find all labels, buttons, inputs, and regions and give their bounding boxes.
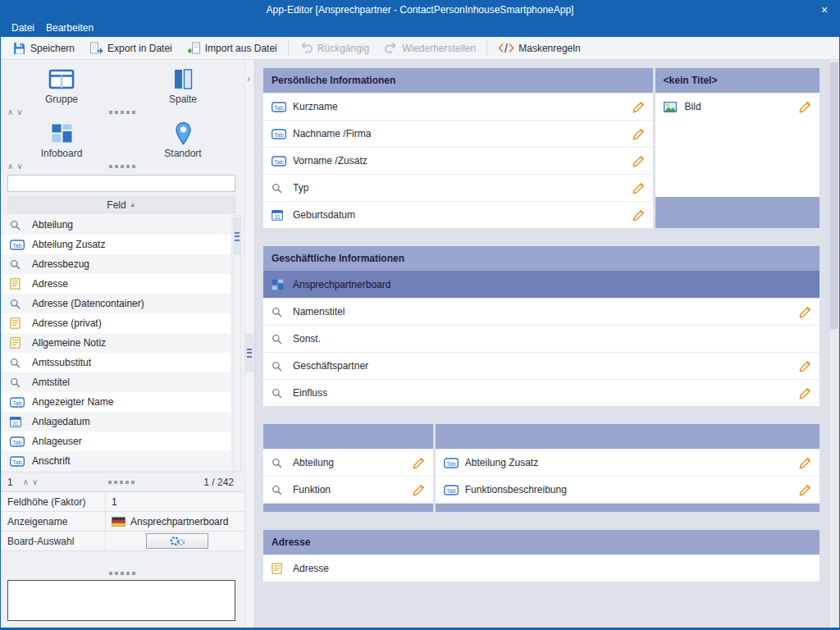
- scroll-up-arrow[interactable]: ∧: [6, 162, 15, 171]
- titlebar[interactable]: App-Editor [Ansprechpartner - ContactPer…: [1, 1, 839, 19]
- editor-field-sonst[interactable]: Sonst.: [263, 325, 819, 352]
- field-label: Anlageuser: [32, 436, 82, 447]
- section-header-untitled[interactable]: [436, 424, 819, 449]
- import-icon: [187, 42, 201, 55]
- toolbar-wiederherstellen-button[interactable]: Wiederherstellen: [377, 39, 483, 57]
- section-header-untitled[interactable]: [263, 424, 433, 449]
- prop-row-feldhoehe[interactable]: Feldhöhe (Faktor) 1: [1, 492, 244, 512]
- splitter-dots[interactable]: [109, 572, 136, 575]
- field-label: Allgemeine Notiz: [32, 337, 106, 349]
- edit-pencil-icon[interactable]: [632, 100, 646, 114]
- editor-field-abteilung[interactable]: Abteilung: [263, 449, 433, 476]
- toolbox-item-standort[interactable]: Standort: [122, 117, 244, 161]
- editor-scrollbar[interactable]: [829, 60, 839, 628]
- field-list-sort-header[interactable]: Feld ▲: [7, 196, 235, 213]
- section-header-geschäftliche-informationen[interactable]: Geschäftliche Informationen: [263, 246, 819, 271]
- board-auswahl-button[interactable]: [146, 533, 208, 549]
- splitter-dots[interactable]: [108, 481, 135, 484]
- prop-row-board-auswahl[interactable]: Board-Auswahl: [1, 532, 244, 551]
- editor-field-abteilung-zusatz[interactable]: TabAbteilung Zusatz: [436, 449, 819, 476]
- field-list-item-amtssubstitut[interactable]: Amtssubstitut: [1, 353, 231, 372]
- search-icon: [272, 458, 288, 468]
- field-list-item-anlageuser[interactable]: TabAnlageuser: [1, 431, 231, 451]
- menu-datei[interactable]: Datei: [6, 22, 40, 34]
- section-header-adresse[interactable]: Adresse: [263, 530, 819, 555]
- toolbox-item-gruppe[interactable]: Gruppe: [1, 63, 122, 107]
- field-list-item-angezeigter-name[interactable]: TabAngezeigter Name: [1, 392, 231, 412]
- field-list-item-adresse-privat[interactable]: Adresse (privat): [1, 313, 231, 333]
- editor-field-einfluss[interactable]: Einfluss: [263, 379, 819, 406]
- toolbar-import-button[interactable]: Import aus Datei: [180, 39, 285, 57]
- edit-pencil-icon[interactable]: [798, 456, 812, 470]
- editor-field-adresse[interactable]: Adresse: [263, 555, 819, 582]
- editor-field-funktion[interactable]: Funktion: [263, 476, 433, 503]
- page-up-arrow[interactable]: ∧: [21, 478, 30, 486]
- toolbox-item-spalte[interactable]: Spalte: [122, 63, 244, 107]
- field-list-item-adresse-datencontainer[interactable]: Adresse (Datencontainer): [1, 294, 231, 313]
- page-down-arrow[interactable]: ∨: [30, 478, 39, 486]
- scrollbar-thumb[interactable]: [830, 62, 838, 329]
- editor-field-label: Namenstitel: [293, 306, 345, 317]
- editor-field-namenstitel[interactable]: Namenstitel: [263, 298, 819, 325]
- edit-pencil-icon[interactable]: [798, 305, 812, 319]
- app-window: App-Editor [Ansprechpartner - ContactPer…: [0, 0, 840, 630]
- infoboard-icon: [51, 121, 73, 145]
- field-list-item-adressbezug[interactable]: Adressbezug: [1, 254, 231, 274]
- grip-icon: [235, 232, 240, 241]
- splitter-dots[interactable]: [109, 111, 136, 114]
- group-icon: [48, 66, 75, 91]
- edit-pencil-icon[interactable]: [632, 208, 646, 222]
- edit-pencil-icon[interactable]: [412, 456, 426, 470]
- edit-pencil-icon[interactable]: [798, 386, 812, 400]
- edit-pencil-icon[interactable]: [798, 483, 812, 497]
- editor-field-bild[interactable]: Bild: [655, 93, 819, 120]
- edit-pencil-icon[interactable]: [798, 100, 812, 114]
- scrollbar-thumb[interactable]: [234, 217, 240, 255]
- toolbar-maskenregeln-button[interactable]: Maskenregeln: [491, 40, 587, 57]
- editor-field-geschäftspartner[interactable]: Geschäftspartner: [263, 352, 819, 379]
- preview-box[interactable]: [7, 580, 235, 621]
- field-list-item-amtstitel[interactable]: Amtstitel: [1, 372, 231, 392]
- scroll-down-arrow[interactable]: ∨: [15, 108, 24, 116]
- splitter-dots[interactable]: [109, 165, 136, 168]
- editor-field-ansprechpartnerboard[interactable]: Ansprechpartnerboard: [263, 271, 819, 298]
- editor-field-kurzname[interactable]: TabKurzname: [263, 93, 653, 120]
- field-list-scrollbar[interactable]: [233, 215, 241, 472]
- editor-field-nachname-firma[interactable]: TabNachname /Firma: [263, 120, 653, 147]
- edit-pencil-icon[interactable]: [412, 483, 426, 497]
- editor-field-geburtsdatum[interactable]: 31Geburtsdatum: [263, 201, 653, 228]
- prop-row-anzeigename[interactable]: Anzeigename Ansprechpartnerboard: [1, 512, 244, 532]
- toolbar-export-button[interactable]: Export in Datei: [82, 39, 180, 57]
- editor-field-typ[interactable]: Typ: [263, 174, 653, 201]
- section-header-persönliche-informationen[interactable]: Persönliche Informationen: [263, 68, 653, 93]
- scroll-down-arrow[interactable]: ∨: [15, 162, 24, 171]
- edit-pencil-icon[interactable]: [632, 181, 646, 195]
- toolbox-item-infoboard[interactable]: Infoboard: [1, 117, 122, 161]
- section-header-kein-titel[interactable]: <kein Titel>: [655, 68, 819, 93]
- location-pin-icon: [174, 121, 193, 145]
- editor-field-vorname-zusatz[interactable]: TabVorname /Zusatz: [263, 147, 653, 174]
- field-list-item-abteilung-zusatz[interactable]: TabAbteilung Zusatz: [1, 235, 231, 254]
- field-filter-input[interactable]: [7, 175, 235, 192]
- field-list-item-anschrift[interactable]: TabAnschrift: [1, 451, 231, 471]
- field-list-item-anlagedatum[interactable]: 31Anlagedatum: [1, 412, 231, 431]
- component-toolbox: Gruppe Spalte ∧ ∨: [1, 63, 244, 171]
- scrollbar-thumb[interactable]: [245, 334, 253, 372]
- edit-pencil-icon[interactable]: [632, 154, 646, 168]
- edit-pencil-icon[interactable]: [798, 359, 812, 373]
- collapse-chevron-icon[interactable]: ›: [247, 73, 250, 84]
- edit-pencil-icon[interactable]: [632, 127, 646, 141]
- editor-field-funktionsbeschreibung[interactable]: TabFunktionsbeschreibung: [436, 476, 819, 503]
- left-panel-scrollbar[interactable]: ›: [244, 60, 253, 628]
- close-button[interactable]: ×: [810, 1, 839, 19]
- prop-value-anzeigename[interactable]: Ansprechpartnerboard: [106, 516, 244, 527]
- field-list-item-allgemeine-notiz[interactable]: Allgemeine Notiz: [1, 333, 231, 353]
- toolbar-rueckgaengig-button[interactable]: Rückgängig: [292, 39, 377, 57]
- field-list-item-abteilung[interactable]: Abteilung: [1, 215, 231, 235]
- field-list-item-adresse[interactable]: Adresse: [1, 274, 231, 294]
- editor-field-label: Abteilung: [293, 457, 334, 468]
- menu-bearbeiten[interactable]: Bearbeiten: [40, 22, 99, 34]
- prop-value-feldhoehe[interactable]: 1: [106, 496, 244, 508]
- toolbar-speichern-button[interactable]: Speichern: [6, 39, 82, 57]
- scroll-up-arrow[interactable]: ∧: [6, 108, 15, 116]
